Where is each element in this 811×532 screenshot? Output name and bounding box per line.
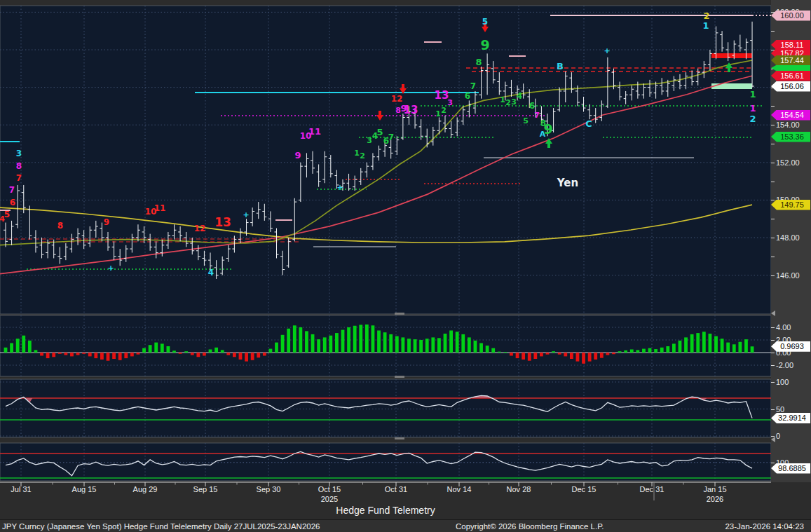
annotation-5: 5 [482, 17, 488, 27]
macd-bar [528, 353, 531, 361]
annotation-8: 8 [475, 57, 482, 67]
macd-bar [546, 353, 550, 355]
macd-bar [389, 334, 393, 353]
macd-bar [28, 341, 32, 353]
macd-bar [4, 348, 8, 353]
macd-bar [70, 353, 74, 356]
timestamp: 23-Jan-2026 14:04:23 [725, 520, 804, 532]
price-badge: 154.54 [771, 110, 810, 121]
macd-bar [118, 353, 122, 360]
macd-bar [516, 353, 519, 358]
pane-separator-arrow-icon [771, 311, 775, 316]
macd-bar [431, 337, 435, 353]
annotation-3: 3 [511, 97, 517, 107]
date-tick-label: Aug 29 [133, 485, 158, 493]
annotation-6: 6 [10, 198, 15, 207]
annotation-7: 7 [9, 185, 15, 195]
macd-bar [251, 353, 254, 360]
macd-bar [486, 346, 489, 353]
macd-bar [58, 353, 62, 354]
annotation-+: + [243, 210, 249, 219]
macd-bar [154, 343, 158, 353]
macd-bar [161, 343, 164, 353]
macd-bar [648, 348, 652, 353]
price-badge: 157.44 [771, 55, 810, 66]
macd-bar [474, 341, 477, 353]
macd-bar [167, 346, 170, 353]
macd-bar [606, 353, 610, 355]
macd-bar [317, 339, 320, 353]
annotation-C: C [585, 118, 592, 129]
macd-bar [522, 353, 525, 360]
price-badge: 153.36 [771, 132, 810, 142]
macd-bar [40, 353, 43, 356]
macd-bar [751, 346, 754, 353]
date-tick-label: Jul 31 [11, 485, 31, 493]
macd-bar [738, 342, 742, 353]
status-bar: JPY Curncy (Japanese Yen Spot) Hedge Fun… [0, 519, 811, 532]
macd-bar [233, 353, 236, 357]
macd-bar [444, 334, 447, 353]
macd-bar [172, 350, 176, 353]
macd-bar [624, 350, 627, 353]
macd-bar [22, 336, 25, 353]
macd-bar [323, 337, 327, 353]
macd-bar [269, 349, 273, 353]
year-label: 2025 [321, 495, 338, 503]
macd-bar [305, 331, 308, 353]
annotation-3: 3 [447, 98, 453, 107]
annotation-13: 13 [404, 104, 418, 116]
macd-bar [226, 353, 230, 355]
annotation-9: 9 [480, 37, 489, 53]
macd-bar [287, 329, 290, 353]
macd-bar [419, 340, 423, 353]
macd-bar [293, 325, 297, 353]
macd-bar [582, 353, 585, 364]
chart-canvas[interactable]: 387765489101112134+++9101112345671289131… [0, 0, 811, 532]
date-tick-label: Oct 15 [318, 485, 341, 493]
macd-bar [341, 330, 345, 353]
macd-bar [46, 353, 50, 358]
macd-bar [570, 353, 573, 359]
macd-bar [365, 325, 369, 353]
annotation-3: 3 [16, 149, 22, 158]
price-badge: 160.00 [771, 11, 810, 21]
macd-bar [491, 348, 495, 353]
macd-bar [372, 325, 375, 353]
annotation-1: 1 [749, 103, 756, 114]
annotation-3: 3 [367, 136, 372, 145]
date-tick-label: Jan 15 [703, 485, 726, 493]
price-pane [0, 6, 771, 314]
bloomberg-chart-window: 387765489101112134+++9101112345671289131… [0, 0, 811, 532]
macd-bar [359, 325, 362, 353]
macd-bar [630, 350, 634, 353]
macd-bar [696, 333, 700, 353]
annotation-6: 6 [465, 91, 470, 101]
macd-bar [510, 353, 513, 356]
macd-bar [533, 353, 537, 359]
macd-bar [149, 345, 152, 353]
date-tick-label: Dec 31 [640, 485, 665, 493]
macd-bar [347, 327, 350, 353]
support-zone [711, 83, 752, 89]
annotation-11: 11 [308, 126, 321, 137]
annotation-4: 4 [208, 268, 214, 278]
annotation-12: 12 [194, 224, 206, 233]
macd-bar [64, 353, 67, 355]
pane-separator-arrow-icon [771, 437, 775, 442]
annotation-7: 7 [470, 81, 476, 91]
macd-bar [263, 353, 266, 356]
annotation-7: 7 [388, 132, 394, 142]
annotation-+: + [604, 46, 610, 55]
axis-label: 0 [776, 432, 780, 440]
annotation-1: 1 [500, 95, 505, 104]
macd-bar [395, 336, 399, 353]
macd-bar [600, 353, 604, 358]
annotation-5: 5 [4, 210, 10, 219]
macd-bar [721, 339, 724, 353]
annotation-2: 2 [749, 114, 756, 124]
axis-label: 50 [776, 405, 784, 414]
macd-bar [456, 332, 459, 353]
macd-bar [401, 337, 404, 353]
annotation-8: 8 [57, 221, 63, 231]
